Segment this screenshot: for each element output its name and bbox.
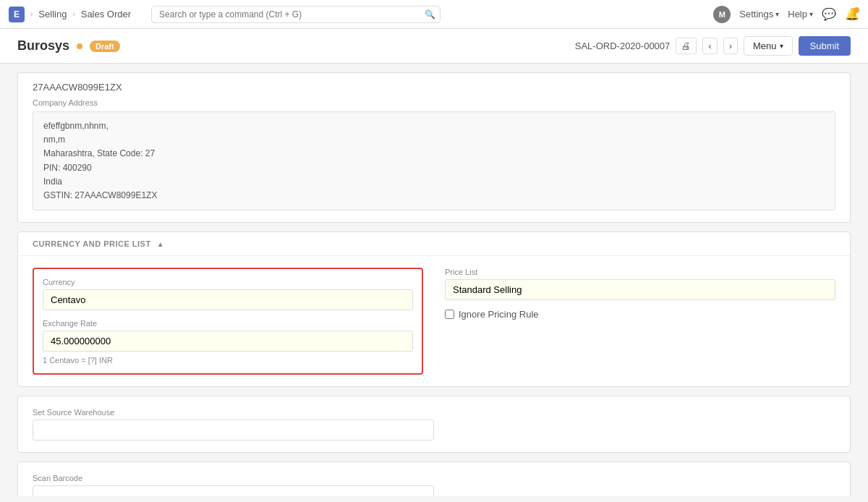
title-area: Burosys Draft — [17, 38, 120, 54]
scan-barcode-section: Scan Barcode — [18, 462, 850, 496]
status-dot — [77, 43, 82, 49]
price-list-field-group: Price List — [445, 268, 835, 300]
nav-separator-1: › — [30, 10, 33, 18]
help-button[interactable]: Help ▾ — [788, 9, 813, 20]
notification-icon[interactable]: 🔔 — [845, 7, 859, 21]
breadcrumb-sales-order[interactable]: Sales Order — [81, 9, 131, 20]
search-icon: 🔍 — [425, 9, 435, 20]
exchange-rate-field-group: Exchange Rate 1 Centavo = [?] INR — [43, 319, 413, 365]
company-address-card: 27AAACW8099E1ZX Company Address efeffgbn… — [17, 72, 851, 223]
scan-barcode-card: Scan Barcode — [17, 461, 851, 496]
search-input[interactable] — [151, 6, 441, 23]
source-warehouse-card: Set Source Warehouse — [17, 396, 851, 453]
address-line-1: efeffgbnm,nhnm, — [43, 119, 825, 133]
doc-id: SAL-ORD-2020-00007 — [575, 41, 671, 51]
currency-highlight-box: Currency Exchange Rate 1 Centavo = [?] I… — [33, 268, 423, 375]
address-line-6: GSTIN: 27AAACW8099E1ZX — [43, 189, 825, 203]
address-line-3: Maharashtra, State Code: 27 — [43, 147, 825, 161]
currency-fields: Currency Exchange Rate 1 Centavo = [?] I… — [18, 256, 850, 386]
page-title: Burosys — [17, 38, 69, 54]
page-actions: SAL-ORD-2020-00007 🖨 ‹ › Menu ▾ Submit — [575, 36, 851, 56]
currency-card: CURRENCY AND PRICE LIST ▲ Currency Excha… — [17, 231, 851, 387]
currency-field-group: Currency — [43, 278, 413, 310]
scan-barcode-label: Scan Barcode — [33, 474, 835, 482]
search-area: 🔍 — [151, 6, 693, 23]
exchange-hint: 1 Centavo = [?] INR — [43, 356, 413, 365]
navbar: E › Selling › Sales Order 🔍 M Settings ▾… — [0, 0, 868, 29]
source-warehouse-label: Set Source Warehouse — [33, 408, 835, 417]
currency-input[interactable] — [43, 289, 413, 310]
address-box: efeffgbnm,nhnm, nm,m Maharashtra, State … — [33, 111, 835, 210]
menu-button[interactable]: Menu ▾ — [744, 36, 793, 56]
submit-button[interactable]: Submit — [799, 36, 851, 56]
exchange-rate-input[interactable] — [43, 331, 413, 352]
feedback-icon[interactable]: 💬 — [822, 7, 836, 21]
price-list-column: Price List Ignore Pricing Rule — [445, 268, 835, 375]
section-collapse-icon[interactable]: ▲ — [157, 240, 164, 248]
address-line-5: India — [43, 175, 825, 189]
page-header: Burosys Draft SAL-ORD-2020-00007 🖨 ‹ › M… — [0, 29, 868, 64]
ignore-pricing-group: Ignore Pricing Rule — [445, 309, 835, 320]
next-button[interactable]: › — [723, 38, 738, 54]
help-dropdown-icon: ▾ — [809, 10, 813, 18]
address-section: 27AAACW8099E1ZX Company Address efeffgbn… — [18, 73, 850, 222]
settings-button[interactable]: Settings ▾ — [739, 9, 779, 20]
menu-dropdown-icon: ▾ — [780, 42, 783, 50]
ignore-pricing-checkbox[interactable] — [445, 310, 454, 319]
nav-right-area: M Settings ▾ Help ▾ 💬 🔔 — [713, 6, 859, 23]
breadcrumb-selling[interactable]: Selling — [38, 9, 67, 20]
currency-section-header: CURRENCY AND PRICE LIST ▲ — [18, 232, 850, 256]
source-warehouse-section: Set Source Warehouse — [18, 396, 850, 452]
main-content: 27AAACW8099E1ZX Company Address efeffgbn… — [0, 72, 868, 496]
main-scroll[interactable]: 27AAACW8099E1ZX Company Address efeffgbn… — [0, 64, 868, 496]
status-badge: Draft — [90, 41, 120, 52]
currency-label: Currency — [43, 278, 413, 286]
address-line-2: nm,m — [43, 133, 825, 147]
exchange-rate-label: Exchange Rate — [43, 319, 413, 328]
price-list-input[interactable] — [445, 279, 835, 300]
nav-separator-2: › — [72, 10, 75, 18]
app-logo: E — [9, 7, 25, 22]
gstin-header: 27AAACW8099E1ZX — [33, 82, 835, 93]
settings-dropdown-icon: ▾ — [775, 10, 779, 18]
print-button[interactable]: 🖨 — [676, 38, 697, 54]
price-list-label: Price List — [445, 268, 835, 276]
scan-barcode-input[interactable] — [33, 485, 434, 496]
prev-button[interactable]: ‹ — [702, 38, 717, 54]
source-warehouse-input[interactable] — [33, 420, 434, 441]
address-label: Company Address — [33, 98, 835, 107]
ignore-pricing-label: Ignore Pricing Rule — [459, 309, 539, 320]
address-line-4: PIN: 400290 — [43, 161, 825, 175]
avatar: M — [713, 6, 731, 23]
